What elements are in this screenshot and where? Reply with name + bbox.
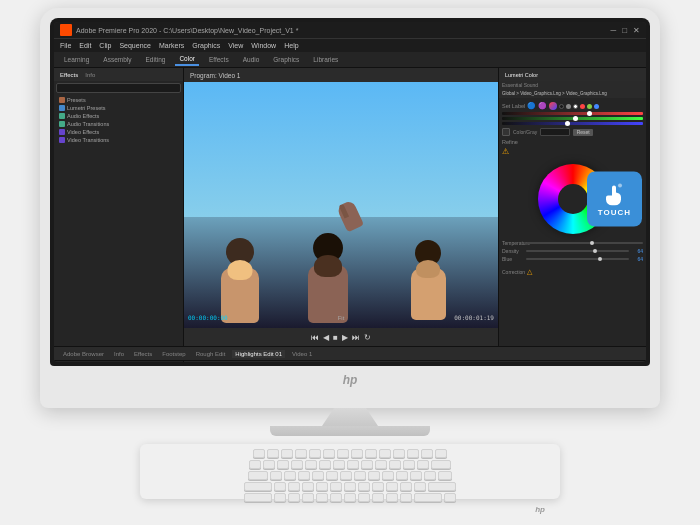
key-minus[interactable] bbox=[403, 460, 415, 469]
key-u[interactable] bbox=[354, 471, 366, 480]
checkbox-color-gray[interactable] bbox=[502, 128, 510, 136]
key-f4[interactable] bbox=[309, 449, 321, 458]
key-z[interactable] bbox=[274, 493, 286, 502]
key-i[interactable] bbox=[368, 471, 380, 480]
green-slider-handle[interactable] bbox=[573, 116, 578, 121]
effects-lumetri-presets[interactable]: Lumetri Presets bbox=[56, 104, 181, 112]
swatch-red[interactable] bbox=[580, 104, 585, 109]
reset-button[interactable]: Reset bbox=[573, 129, 593, 136]
key-enter2[interactable] bbox=[428, 482, 456, 491]
tab-audio[interactable]: Audio bbox=[239, 54, 264, 65]
key-capslock[interactable] bbox=[244, 482, 272, 491]
key-d[interactable] bbox=[302, 482, 314, 491]
next-frame-button[interactable]: ⏭ bbox=[352, 333, 360, 342]
key-8[interactable] bbox=[361, 460, 373, 469]
tab-video1[interactable]: Video 1 bbox=[289, 350, 315, 358]
key-r[interactable] bbox=[312, 471, 324, 480]
color-picker-input[interactable] bbox=[540, 128, 570, 136]
key-f12[interactable] bbox=[421, 449, 433, 458]
key-del[interactable] bbox=[435, 449, 447, 458]
swatch-green[interactable] bbox=[587, 104, 592, 109]
key-6[interactable] bbox=[333, 460, 345, 469]
key-c[interactable] bbox=[302, 493, 314, 502]
effects-video-effects[interactable]: Video Effects bbox=[56, 128, 181, 136]
key-w[interactable] bbox=[284, 471, 296, 480]
temperature-slider[interactable] bbox=[526, 242, 643, 244]
key-b[interactable] bbox=[330, 493, 342, 502]
key-j[interactable] bbox=[358, 482, 370, 491]
menu-window[interactable]: Window bbox=[251, 42, 276, 49]
temperature-handle[interactable] bbox=[590, 241, 594, 245]
key-m[interactable] bbox=[358, 493, 370, 502]
key-7[interactable] bbox=[347, 460, 359, 469]
tab-color[interactable]: Color bbox=[175, 53, 199, 66]
tab-assembly[interactable]: Assembly bbox=[99, 54, 135, 65]
key-rbracket[interactable] bbox=[424, 471, 436, 480]
tab-graphics[interactable]: Graphics bbox=[269, 54, 303, 65]
key-p[interactable] bbox=[396, 471, 408, 480]
tab-footstep[interactable]: Footstep bbox=[159, 350, 188, 358]
key-f5[interactable] bbox=[323, 449, 335, 458]
key-f10[interactable] bbox=[393, 449, 405, 458]
swatch-black[interactable] bbox=[559, 104, 564, 109]
play-backward-button[interactable]: ◀ bbox=[323, 333, 329, 342]
key-x[interactable] bbox=[288, 493, 300, 502]
swatch-blue[interactable] bbox=[594, 104, 599, 109]
key-4[interactable] bbox=[305, 460, 317, 469]
key-tab[interactable] bbox=[248, 471, 268, 480]
key-v[interactable] bbox=[316, 493, 328, 502]
close-button[interactable]: ✕ bbox=[633, 26, 640, 35]
key-9[interactable] bbox=[375, 460, 387, 469]
key-up[interactable] bbox=[444, 493, 456, 502]
key-quote[interactable] bbox=[414, 482, 426, 491]
key-q[interactable] bbox=[270, 471, 282, 480]
menu-sequence[interactable]: Sequence bbox=[119, 42, 151, 49]
key-n[interactable] bbox=[344, 493, 356, 502]
maximize-button[interactable]: □ bbox=[622, 26, 627, 35]
key-1[interactable] bbox=[263, 460, 275, 469]
tab-learning[interactable]: Learning bbox=[60, 54, 93, 65]
effects-video-transitions[interactable]: Video Transitions bbox=[56, 136, 181, 144]
swatch-white[interactable] bbox=[573, 104, 578, 109]
tab-info[interactable]: Info bbox=[83, 72, 97, 78]
green-slider-track[interactable] bbox=[502, 117, 643, 120]
tab-adobe-browser[interactable]: Adobe Browser bbox=[60, 350, 107, 358]
key-t[interactable] bbox=[326, 471, 338, 480]
tab-effects-panel[interactable]: Effects bbox=[58, 72, 80, 78]
tab-effects[interactable]: Effects bbox=[131, 350, 155, 358]
effects-audio-transitions[interactable]: Audio Transitions bbox=[56, 120, 181, 128]
loop-button[interactable]: ↻ bbox=[364, 333, 371, 342]
key-semicolon[interactable] bbox=[400, 482, 412, 491]
minimize-button[interactable]: ─ bbox=[610, 26, 616, 35]
key-f3[interactable] bbox=[295, 449, 307, 458]
tab-info[interactable]: Info bbox=[111, 350, 127, 358]
key-f[interactable] bbox=[316, 482, 328, 491]
tab-rough-edit[interactable]: Rough Edit bbox=[193, 350, 229, 358]
key-f9[interactable] bbox=[379, 449, 391, 458]
prev-frame-button[interactable]: ⏮ bbox=[311, 333, 319, 342]
key-a[interactable] bbox=[274, 482, 286, 491]
blue-handle[interactable] bbox=[598, 257, 602, 261]
effects-audio-effects[interactable]: Audio Effects bbox=[56, 112, 181, 120]
tab-libraries[interactable]: Libraries bbox=[309, 54, 342, 65]
essential-sound-tab[interactable]: Essential Sound bbox=[502, 82, 538, 88]
key-backspace[interactable] bbox=[431, 460, 451, 469]
key-f6[interactable] bbox=[337, 449, 349, 458]
key-5[interactable] bbox=[319, 460, 331, 469]
key-s[interactable] bbox=[288, 482, 300, 491]
key-2[interactable] bbox=[277, 460, 289, 469]
blue-slider-track[interactable] bbox=[502, 122, 643, 125]
menu-help[interactable]: Help bbox=[284, 42, 298, 49]
key-enter[interactable] bbox=[438, 471, 452, 480]
key-f11[interactable] bbox=[407, 449, 419, 458]
menu-view[interactable]: View bbox=[228, 42, 243, 49]
key-k[interactable] bbox=[372, 482, 384, 491]
menu-file[interactable]: File bbox=[60, 42, 71, 49]
key-y[interactable] bbox=[340, 471, 352, 480]
blue-slider-handle[interactable] bbox=[565, 121, 570, 126]
stop-button[interactable]: ■ bbox=[333, 333, 338, 342]
tab-effects[interactable]: Effects bbox=[205, 54, 233, 65]
red-slider-track[interactable] bbox=[502, 112, 643, 115]
blue-slider[interactable] bbox=[526, 258, 629, 260]
key-l[interactable] bbox=[386, 482, 398, 491]
